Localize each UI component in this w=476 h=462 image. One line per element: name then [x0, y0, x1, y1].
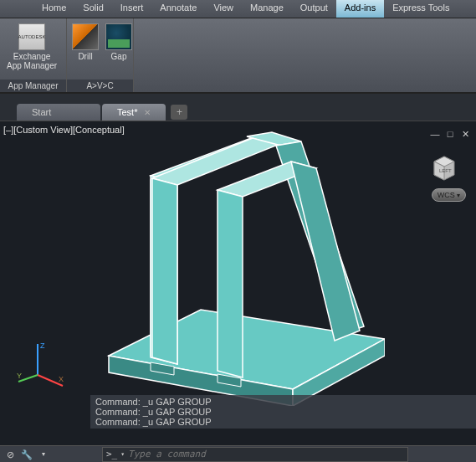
chevron-down-icon[interactable]: ▾	[37, 448, 50, 461]
command-line: Command: _u GAP GROUP	[95, 417, 471, 427]
ribbon-panels: AUTODESK Exchange App Manager App Manage…	[0, 18, 476, 94]
ribbon-tab-express[interactable]: Express Tools	[384, 0, 458, 18]
button-label: Exchange App Manager	[7, 52, 57, 70]
panel-app-manager: AUTODESK Exchange App Manager App Manage…	[0, 18, 67, 92]
command-line: Command: _u GAP GROUP	[95, 407, 471, 417]
status-bar: ⊘ 🔧 ▾ >_ ▾	[0, 445, 476, 462]
button-label: Gap	[111, 52, 127, 61]
close-icon[interactable]: ✕	[459, 128, 471, 140]
command-history: Command: _u GAP GROUP Command: _u GAP GR…	[90, 395, 476, 429]
ribbon-tab-bar: Home Solid Insert Annotate View Manage O…	[0, 0, 476, 18]
viewcube-face-label: LEFT	[439, 168, 452, 173]
chevron-down-icon[interactable]: ▾	[120, 450, 125, 458]
ribbon-tab-manage[interactable]: Manage	[242, 0, 292, 18]
svg-marker-20	[152, 178, 177, 364]
svg-text:X: X	[59, 375, 64, 383]
ribbon-tab-home[interactable]: Home	[33, 0, 74, 18]
ucs-axis-icon: Z X Y	[17, 340, 67, 390]
command-input-wrap[interactable]: >_ ▾	[102, 447, 408, 462]
viewcube[interactable]: LEFT	[427, 151, 461, 185]
panel-title: A>V>C	[67, 80, 133, 92]
ribbon-tab-solid[interactable]: Solid	[74, 0, 111, 18]
minimize-icon[interactable]: —	[429, 128, 441, 140]
file-tab-label: Test*	[117, 107, 137, 117]
panel-avc: Drill Gap A>V>C	[67, 18, 134, 92]
ribbon-tab-output[interactable]: Output	[292, 0, 336, 18]
svg-marker-24	[218, 190, 243, 377]
wrench-icon[interactable]: 🔧	[20, 448, 33, 461]
file-tab-label: Start	[32, 107, 51, 117]
command-prompt-icon: >_	[106, 449, 117, 459]
separator-strip	[0, 94, 476, 102]
viewport-window-controls: — □ ✕	[429, 128, 471, 140]
viewport[interactable]: [–][Custom View][Conceptual] — □ ✕ LEFT …	[0, 121, 476, 445]
command-line: Command: _u GAP GROUP	[95, 397, 471, 407]
wcs-badge[interactable]: WCS	[432, 188, 466, 202]
circle-slash-icon[interactable]: ⊘	[3, 448, 17, 461]
autodesk-exchange-icon: AUTODESK	[18, 23, 45, 50]
panel-title: App Manager	[0, 80, 66, 92]
file-tab-bar: Start Test* ✕ +	[0, 102, 476, 121]
svg-text:Y: Y	[17, 372, 22, 380]
ribbon-tab-addins[interactable]: Add-ins	[336, 0, 384, 18]
file-tab-test[interactable]: Test* ✕	[102, 104, 166, 121]
ribbon-tab-insert[interactable]: Insert	[112, 0, 152, 18]
add-tab-button[interactable]: +	[171, 105, 187, 120]
file-tab-start[interactable]: Start	[17, 104, 100, 121]
button-label: Drill	[78, 52, 92, 61]
ribbon-tab-annotate[interactable]: Annotate	[151, 0, 205, 18]
command-input[interactable]	[128, 449, 404, 459]
svg-text:Z: Z	[40, 341, 45, 350]
drill-icon	[72, 23, 99, 50]
drill-button[interactable]: Drill	[69, 20, 102, 78]
3d-model[interactable]	[84, 130, 385, 406]
exchange-app-manager-button[interactable]: AUTODESK Exchange App Manager	[2, 20, 62, 78]
ribbon-tab-view[interactable]: View	[205, 0, 242, 18]
maximize-icon[interactable]: □	[444, 128, 456, 140]
gap-button[interactable]: Gap	[102, 20, 136, 78]
close-tab-icon[interactable]: ✕	[144, 108, 151, 117]
gap-icon	[105, 23, 132, 50]
